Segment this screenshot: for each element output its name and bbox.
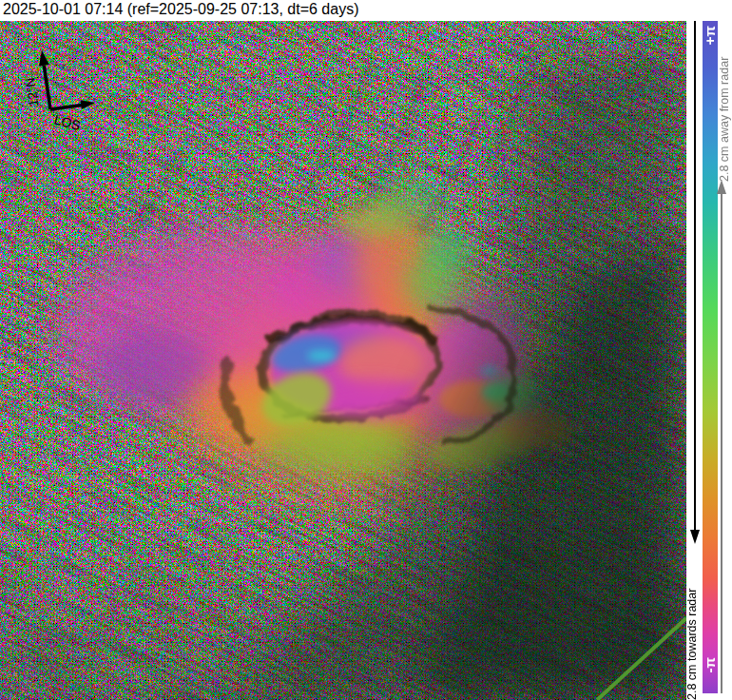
away-arrow-shaft (721, 193, 722, 693)
colorbar-max-label: +π (702, 26, 719, 45)
towards-arrow-shaft (694, 21, 696, 530)
colorbar-gradient (703, 21, 718, 693)
away-arrow-up-icon (717, 180, 726, 194)
interferogram-figure: 2025-10-01 07:14 (ref=2025-09-25 07:13, … (0, 0, 732, 700)
figure-title: 2025-10-01 07:14 (ref=2025-09-25 07:13, … (3, 1, 359, 18)
towards-arrow-down-icon (690, 530, 700, 544)
colorbar-towards-label: 2.8 cm towards radar (685, 545, 701, 700)
colorbar-away-label: 2.8 cm away from radar (718, 31, 732, 182)
interferogram-map: 12°N LOS (0, 21, 686, 700)
interferogram-image: 12°N LOS (0, 21, 686, 700)
title-bar: 2025-10-01 07:14 (ref=2025-09-25 07:13, … (0, 0, 732, 21)
colorbar-min-label: -π (702, 657, 719, 672)
